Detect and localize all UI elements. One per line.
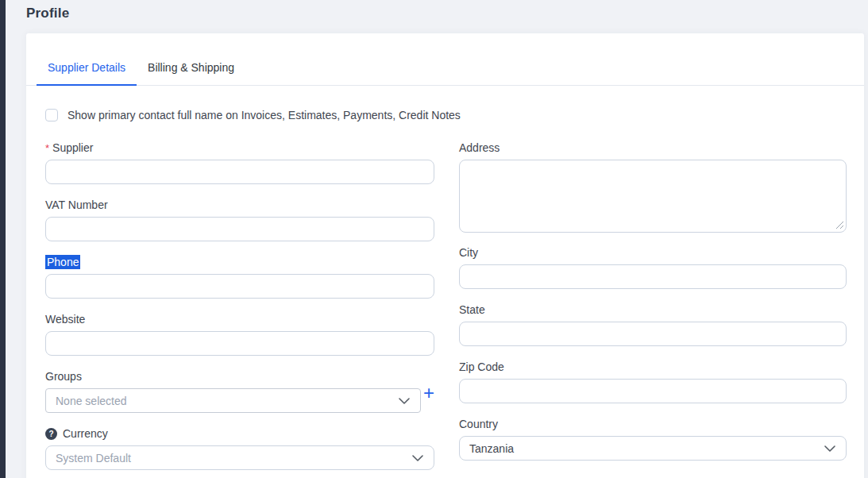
form-column-right: Address City State xyxy=(459,141,847,478)
phone-label-selected-text: Phone xyxy=(45,255,80,269)
groups-select-value: None selected xyxy=(56,395,127,407)
country-label: Country xyxy=(459,417,847,432)
tab-supplier-details[interactable]: Supplier Details xyxy=(37,54,137,86)
country-field-group: Country Tanzania xyxy=(459,417,847,461)
country-select[interactable]: Tanzania xyxy=(459,436,847,461)
show-primary-contact-label: Show primary contact full name on Invoic… xyxy=(68,109,461,121)
show-primary-contact-checkbox[interactable] xyxy=(45,109,58,121)
help-icon[interactable]: ? xyxy=(45,428,57,440)
groups-field-group: Groups None selected + xyxy=(45,369,434,413)
add-group-button[interactable]: + xyxy=(423,385,434,401)
supplier-field-group: *Supplier xyxy=(45,141,434,184)
sidebar-edge xyxy=(0,0,6,478)
supplier-input[interactable] xyxy=(45,160,434,184)
vat-number-label: VAT Number xyxy=(45,198,434,213)
website-input[interactable] xyxy=(45,331,434,356)
country-select-value: Tanzania xyxy=(469,442,514,455)
currency-select[interactable]: System Default xyxy=(45,445,434,470)
website-label: Website xyxy=(45,312,434,327)
vat-field-group: VAT Number xyxy=(45,198,434,241)
phone-field-group: Phone xyxy=(45,255,434,299)
profile-card: Supplier Details Billing & Shipping Show… xyxy=(26,33,864,478)
page-title: Profile xyxy=(26,6,69,21)
state-field-group: State xyxy=(459,303,847,346)
city-label: City xyxy=(459,245,847,260)
phone-input[interactable] xyxy=(45,274,434,299)
vat-number-input[interactable] xyxy=(45,217,434,241)
chevron-down-icon xyxy=(824,445,835,452)
groups-label: Groups xyxy=(45,369,434,384)
chevron-down-icon xyxy=(412,455,423,461)
website-field-group: Website xyxy=(45,312,434,356)
zip-field-group: Zip Code xyxy=(459,360,847,403)
supplier-label: *Supplier xyxy=(45,141,434,156)
zip-code-input[interactable] xyxy=(459,379,847,403)
phone-label: Phone xyxy=(45,255,434,270)
address-textarea[interactable] xyxy=(459,160,847,233)
groups-row: None selected + xyxy=(45,388,434,413)
city-field-group: City xyxy=(459,245,847,289)
form-column-left: *Supplier VAT Number Phone Website Group xyxy=(45,141,434,478)
zip-code-label: Zip Code xyxy=(459,360,847,375)
groups-select[interactable]: None selected xyxy=(45,388,421,413)
supplier-details-panel: Show primary contact full name on Invoic… xyxy=(26,86,864,478)
address-label: Address xyxy=(459,141,847,156)
form-grid: *Supplier VAT Number Phone Website Group xyxy=(45,141,847,478)
city-input[interactable] xyxy=(459,264,847,289)
tab-billing-shipping[interactable]: Billing & Shipping xyxy=(137,54,245,85)
required-asterisk: * xyxy=(45,142,49,154)
address-field-group: Address xyxy=(459,141,847,233)
primary-contact-checkbox-row: Show primary contact full name on Invoic… xyxy=(45,109,847,121)
state-label: State xyxy=(459,303,847,318)
supplier-label-text: Supplier xyxy=(52,141,93,154)
currency-field-group: ? Currency System Default xyxy=(45,426,434,470)
currency-label-row: ? Currency xyxy=(45,426,434,441)
chevron-down-icon xyxy=(399,398,410,404)
currency-select-value: System Default xyxy=(56,452,131,465)
currency-label: Currency xyxy=(63,426,108,441)
tab-bar: Supplier Details Billing & Shipping xyxy=(26,54,864,86)
state-input[interactable] xyxy=(459,322,847,346)
